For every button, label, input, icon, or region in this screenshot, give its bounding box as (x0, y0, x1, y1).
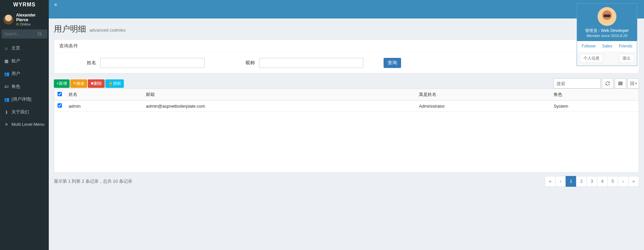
toolbar: +新增 ✎修改 ✖删除 🔒授权 ▾ (54, 78, 639, 88)
lock-icon: 🔒 (108, 81, 113, 86)
svg-rect-10 (633, 83, 634, 84)
bars-icon: ≡ (54, 2, 57, 7)
record-info: 显示第 1 到第 2 条记录，总共 10 条记录 (54, 178, 132, 184)
building-icon: ▦ (4, 59, 9, 64)
filter-panel: 查询条件 姓名 昵称 查询 (54, 39, 639, 73)
dropdown-link-friends[interactable]: Friends (619, 44, 632, 48)
users-icon: 👥 (4, 71, 9, 76)
sidebar-user-panel: Alexander Pierce Online (0, 9, 49, 30)
nav-roles[interactable]: 🏷角色 (0, 80, 49, 93)
page-link[interactable]: 2 (576, 176, 587, 187)
sidebar-toggle-button[interactable]: ≡ (49, 0, 62, 9)
cell-name: admin (65, 101, 143, 112)
info-icon: ℹ (4, 110, 9, 115)
svg-rect-8 (630, 83, 631, 84)
times-icon: ✖ (91, 81, 94, 86)
query-button[interactable]: 查询 (384, 58, 401, 68)
bars-icon: ≡ (4, 122, 9, 127)
svg-rect-13 (633, 84, 634, 85)
columns-button[interactable]: ▾ (628, 78, 639, 88)
cell-realname: Administrator (416, 101, 550, 112)
svg-rect-9 (632, 83, 632, 84)
pencil-icon: ✎ (73, 81, 76, 86)
page-link[interactable]: 4 (597, 176, 608, 187)
delete-button[interactable]: ✖删除 (88, 79, 105, 88)
sidebar-search (0, 30, 49, 42)
nav-about[interactable]: ℹ关于我们 (0, 106, 49, 118)
avatar (3, 14, 13, 25)
toggle-view-button[interactable] (615, 78, 626, 88)
page-link[interactable]: › (618, 176, 629, 187)
dropdown-subtitle: Member since 2015.8.20 (580, 34, 634, 38)
sidebar-nav: ⌂主页 ▦租户 👥用户 🏷角色 👥[用户详情] ℹ关于我们 ≡Multi Lev… (0, 42, 49, 130)
row-checkbox[interactable] (58, 103, 62, 108)
col-role[interactable]: 角色 (550, 89, 639, 101)
page-link[interactable]: ‹ (555, 176, 566, 187)
filter-heading: 查询条件 (54, 40, 639, 53)
auth-button[interactable]: 🔒授权 (105, 79, 124, 88)
page-link[interactable]: » (628, 176, 639, 187)
nav-multilevel[interactable]: ≡Multi Level Menu (0, 118, 49, 130)
filter-nick-label: 昵称 (238, 60, 255, 66)
add-button[interactable]: +新增 (54, 79, 70, 88)
data-table: 姓名 邮箱 真是姓名 角色 adminadmin@aspnetboilerpla… (54, 88, 639, 173)
page-title: 用户明细 (54, 24, 86, 34)
sidebar: WYRMS Alexander Pierce Online ⌂主页 ▦租户 👥用… (0, 0, 49, 250)
home-icon: ⌂ (4, 46, 9, 51)
edit-button[interactable]: ✎修改 (70, 79, 87, 88)
col-realname[interactable]: 真是姓名 (416, 89, 550, 101)
content: 查询条件 姓名 昵称 查询 (49, 34, 644, 195)
dropdown-avatar (598, 7, 616, 26)
table-footer: 显示第 1 到第 2 条记录，总共 10 条记录 «‹12345›» (54, 173, 639, 190)
svg-rect-12 (632, 84, 632, 85)
sidebar-search-input[interactable] (2, 30, 38, 38)
page-link[interactable]: « (545, 176, 556, 187)
svg-rect-11 (630, 84, 631, 85)
sidebar-search-button[interactable] (38, 30, 47, 38)
col-name[interactable]: 姓名 (65, 89, 143, 101)
dropdown-link-sales[interactable]: Sales (602, 44, 612, 48)
svg-line-1 (41, 35, 42, 36)
svg-rect-4 (619, 84, 622, 85)
dropdown-title: 管理员 - Web Developer (580, 28, 634, 34)
table-row[interactable]: adminadmin@aspnetboilerplate.comAdminist… (54, 101, 639, 112)
search-icon (38, 32, 42, 36)
page-link[interactable]: 3 (586, 176, 597, 187)
grid-icon (630, 81, 635, 86)
nav-users[interactable]: 👥用户 (0, 67, 49, 80)
brand-logo: WYRMS (0, 0, 49, 9)
filter-name-label: 姓名 (79, 60, 96, 66)
nav-home[interactable]: ⌂主页 (0, 42, 49, 55)
dropdown-link-followers[interactable]: Followe (582, 44, 596, 48)
col-email[interactable]: 邮箱 (143, 89, 416, 101)
profile-button[interactable]: 个人信息 (580, 54, 603, 63)
svg-rect-5 (630, 82, 631, 82)
cell-email: admin@aspnetboilerplate.com (143, 101, 416, 112)
users-icon: 👥 (4, 97, 9, 102)
pagination: «‹12345›» (545, 176, 639, 187)
page-subtitle: advanced cxdmles (90, 28, 126, 33)
svg-rect-2 (619, 82, 622, 82)
page-link[interactable]: 1 (566, 176, 576, 187)
user-dropdown: 管理员 - Web Developer Member since 2015.8.… (577, 3, 637, 66)
sidebar-user-status: Online (16, 22, 45, 26)
table-search-input[interactable] (553, 78, 601, 88)
svg-point-0 (38, 32, 41, 35)
select-all-checkbox[interactable] (58, 92, 62, 96)
svg-rect-3 (619, 83, 622, 84)
refresh-button[interactable] (602, 78, 613, 88)
cell-role: System (550, 101, 639, 112)
page-link[interactable]: 5 (607, 176, 618, 187)
sidebar-user-name: Alexander Pierce (16, 13, 45, 22)
nav-tenant[interactable]: ▦租户 (0, 55, 49, 67)
caret-down-icon: ▾ (635, 82, 637, 85)
logout-button[interactable]: 退出 (619, 54, 634, 63)
filter-nick-input[interactable] (259, 58, 363, 68)
content-header: 用户明细 advanced cxdmles (49, 19, 644, 34)
nav-user-detail[interactable]: 👥[用户详情] (0, 93, 49, 106)
topnav: ≡ ✉ 简体中文 ▾ 管理员 - Web Developer Member si… (49, 0, 644, 19)
list-icon (618, 81, 623, 86)
tag-icon: 🏷 (4, 84, 9, 89)
plus-icon: + (57, 81, 59, 86)
filter-name-input[interactable] (100, 58, 205, 68)
